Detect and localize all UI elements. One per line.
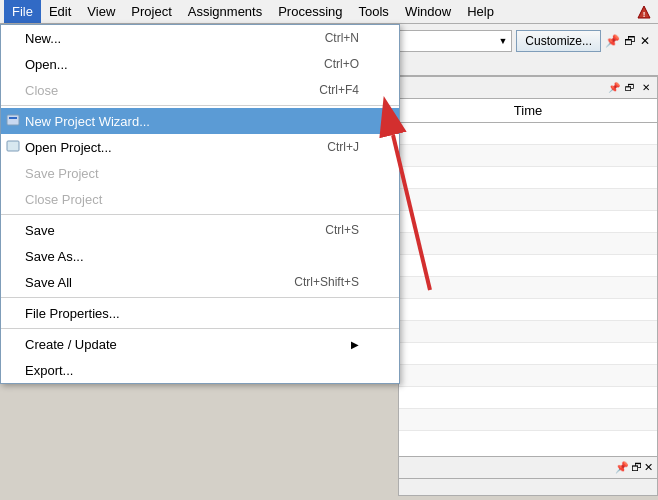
table-row: [399, 233, 657, 255]
toolbar-right: ▼ Customize... 📌 🗗 ✕: [372, 30, 650, 52]
menu-item-submenu-arrow: ▶: [351, 339, 359, 350]
menu-item-shortcut: Ctrl+O: [324, 57, 359, 71]
menu-item-save[interactable]: SaveCtrl+S: [1, 217, 399, 243]
bottom-panel-titlebar: 📌 🗗 ✕: [399, 457, 657, 479]
menu-help[interactable]: Help: [459, 0, 502, 23]
bottom-close-icon[interactable]: ✕: [644, 461, 653, 474]
table-row: [399, 211, 657, 233]
table-row: [399, 343, 657, 365]
toolbar-close-icon[interactable]: ✕: [640, 34, 650, 48]
table-row: [399, 255, 657, 277]
menu-item-open---[interactable]: Open...Ctrl+O: [1, 51, 399, 77]
menu-processing[interactable]: Processing: [270, 0, 350, 23]
panel-titlebar-icons: 📌 🗗 ✕: [607, 81, 653, 95]
menu-help-label: Help: [467, 4, 494, 19]
menu-item-shortcut: Ctrl+Shift+S: [294, 275, 359, 289]
table-row: [399, 409, 657, 431]
menu-project-label: Project: [131, 4, 171, 19]
menu-item-export---[interactable]: Export...: [1, 357, 399, 383]
menu-item-icon: [5, 139, 21, 155]
time-panel-titlebar: 📌 🗗 ✕: [399, 77, 657, 99]
menu-item-label: Create / Update: [25, 337, 117, 352]
table-row: [399, 277, 657, 299]
svg-rect-9: [7, 141, 19, 151]
menu-assignments[interactable]: Assignments: [180, 0, 270, 23]
menu-item-icon: [5, 113, 21, 129]
time-rows: [399, 123, 657, 431]
table-row: [399, 145, 657, 167]
bottom-panel: 📌 🗗 ✕: [398, 456, 658, 496]
customize-button[interactable]: Customize...: [516, 30, 601, 52]
menu-separator: [1, 105, 399, 106]
file-dropdown-menu: New...Ctrl+NOpen...Ctrl+OCloseCtrl+F4New…: [0, 24, 400, 384]
menu-item-new---[interactable]: New...Ctrl+N: [1, 25, 399, 51]
menu-item-label: Close: [25, 83, 58, 98]
toolbar-window-icon[interactable]: 🗗: [624, 34, 636, 48]
bottom-pin-icon[interactable]: 📌: [615, 461, 629, 474]
time-title: Time: [514, 103, 542, 118]
panel-restore-icon[interactable]: 🗗: [623, 81, 637, 95]
table-row: [399, 123, 657, 145]
menu-item-save-all[interactable]: Save AllCtrl+Shift+S: [1, 269, 399, 295]
svg-rect-7: [7, 115, 19, 125]
menu-item-label: Save As...: [25, 249, 84, 264]
menu-window-label: Window: [405, 4, 451, 19]
bottom-restore-icon[interactable]: 🗗: [631, 461, 642, 474]
menu-tools-label: Tools: [359, 4, 389, 19]
menu-item-shortcut: Ctrl+F4: [319, 83, 359, 97]
menu-edit-label: Edit: [49, 4, 71, 19]
menu-item-close-project: Close Project: [1, 186, 399, 212]
dropdown-arrow-icon: ▼: [498, 36, 507, 46]
table-row: [399, 299, 657, 321]
time-panel-header: Time: [399, 99, 657, 123]
menu-item-shortcut: Ctrl+S: [325, 223, 359, 237]
menu-window[interactable]: Window: [397, 0, 459, 23]
table-row: [399, 321, 657, 343]
menu-tools[interactable]: Tools: [351, 0, 397, 23]
menu-separator: [1, 328, 399, 329]
menu-item-label: New Project Wizard...: [25, 114, 150, 129]
svg-rect-8: [9, 117, 17, 119]
menu-item-save-as---[interactable]: Save As...: [1, 243, 399, 269]
bottom-panel-icons: 📌 🗗 ✕: [615, 461, 653, 474]
menu-item-label: Save All: [25, 275, 72, 290]
menu-item-label: Close Project: [25, 192, 102, 207]
table-row: [399, 167, 657, 189]
menu-item-shortcut: Ctrl+J: [327, 140, 359, 154]
menu-item-close: CloseCtrl+F4: [1, 77, 399, 103]
menu-item-label: Export...: [25, 363, 73, 378]
menu-item-file-properties---[interactable]: File Properties...: [1, 300, 399, 326]
menu-item-shortcut: Ctrl+N: [325, 31, 359, 45]
menu-item-create---update[interactable]: Create / Update▶: [1, 331, 399, 357]
menu-file-label: File: [12, 4, 33, 19]
table-row: [399, 387, 657, 409]
menu-edit[interactable]: Edit: [41, 0, 79, 23]
menu-view-label: View: [87, 4, 115, 19]
table-row: [399, 189, 657, 211]
panel-close-icon[interactable]: ✕: [639, 81, 653, 95]
menu-item-new-project-wizard---[interactable]: New Project Wizard...: [1, 108, 399, 134]
svg-text:!: !: [643, 10, 646, 19]
menu-assignments-label: Assignments: [188, 4, 262, 19]
menu-file[interactable]: File: [4, 0, 41, 23]
menu-item-label: Open Project...: [25, 140, 112, 155]
toolbar-pin-icon[interactable]: 📌: [605, 34, 620, 48]
menu-item-label: New...: [25, 31, 61, 46]
panel-pin-icon[interactable]: 📌: [607, 81, 621, 95]
menu-item-label: Save Project: [25, 166, 99, 181]
menu-processing-label: Processing: [278, 4, 342, 19]
menu-item-save-project: Save Project: [1, 160, 399, 186]
menubar: File Edit View Project Assignments Proce…: [0, 0, 658, 24]
menu-separator: [1, 214, 399, 215]
table-row: [399, 365, 657, 387]
menu-item-label: Open...: [25, 57, 68, 72]
menu-project[interactable]: Project: [123, 0, 179, 23]
menu-item-label: File Properties...: [25, 306, 120, 321]
help-icon: !: [634, 2, 654, 22]
customize-label: Customize...: [525, 34, 592, 48]
menu-separator: [1, 297, 399, 298]
time-panel: 📌 🗗 ✕ Time: [398, 76, 658, 496]
menu-view[interactable]: View: [79, 0, 123, 23]
menu-item-open-project---[interactable]: Open Project...Ctrl+J: [1, 134, 399, 160]
menu-item-label: Save: [25, 223, 55, 238]
